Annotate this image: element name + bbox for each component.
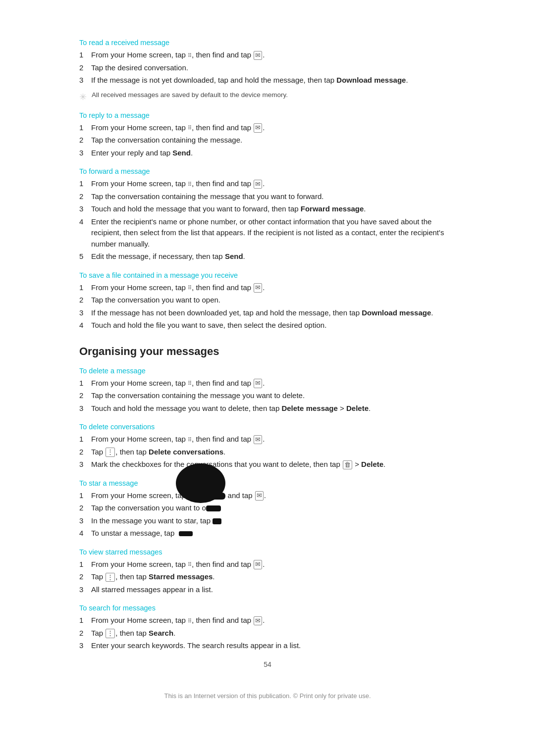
section-forward-message: To forward a message 1 From your Home sc… bbox=[79, 167, 456, 262]
section-delete-message: To delete a message 1 From your Home scr… bbox=[79, 367, 456, 414]
step-delconv-2: 2 Tap ⋮, then tap Delete conversations. bbox=[79, 447, 456, 458]
steps-view-starred: 1 From your Home screen, tap ⠿, then fin… bbox=[79, 559, 456, 596]
heading-forward-message: To forward a message bbox=[79, 167, 456, 175]
heading-search-messages: To search for messages bbox=[79, 604, 456, 612]
step-reply-1: 1 From your Home screen, tap ⠿, then fin… bbox=[79, 122, 456, 134]
heading-view-starred: To view starred messages bbox=[79, 548, 456, 556]
grid-icon: ⠿ bbox=[188, 379, 192, 388]
step-reply-2: 2 Tap the conversation containing the me… bbox=[79, 135, 456, 146]
step-search-3: 3 Enter your search keywords. The search… bbox=[79, 640, 456, 652]
steps-search-messages: 1 From your Home screen, tap ⠿, then fin… bbox=[79, 615, 456, 652]
tip-read-message: ✳ All received messages are saved by def… bbox=[79, 91, 456, 102]
grid-icon: ⠿ bbox=[188, 492, 192, 500]
step-save-3: 3 If the message has not been downloaded… bbox=[79, 307, 456, 319]
grid-icon: ⠿ bbox=[188, 560, 192, 569]
page-number: 54 bbox=[79, 660, 456, 668]
annotation-bar2 bbox=[206, 505, 221, 511]
step-star-4: 4 To unstar a message, tap bbox=[79, 528, 456, 539]
annotation-bar4 bbox=[179, 531, 193, 536]
section-view-starred: To view starred messages 1 From your Hom… bbox=[79, 548, 456, 596]
step-fwd-3: 3 Touch and hold the message that you wa… bbox=[79, 203, 456, 215]
steps-read-message: 1 From your Home screen, tap ⠿, then fin… bbox=[79, 50, 456, 86]
msg-icon: ✉ bbox=[254, 180, 262, 189]
step-fwd-2: 2 Tap the conversation containing the me… bbox=[79, 191, 456, 202]
step-reply-3: 3 Enter your reply and tap Send. bbox=[79, 148, 456, 159]
steps-delete-message: 1 From your Home screen, tap ⠿, then fin… bbox=[79, 378, 456, 414]
heading-delete-conversations: To delete conversations bbox=[79, 423, 456, 431]
msg-icon: ✉ bbox=[254, 51, 262, 60]
steps-star-message: 1 From your Home screen, tap ⠿, and tap … bbox=[79, 490, 456, 539]
section-search-messages: To search for messages 1 From your Home … bbox=[79, 604, 456, 652]
section-delete-conversations: To delete conversations 1 From your Home… bbox=[79, 423, 456, 470]
h2-organising: Organising your messages bbox=[79, 345, 456, 358]
grid-icon: ⠿ bbox=[188, 180, 192, 189]
heading-save-file: To save a file contained in a message yo… bbox=[79, 271, 456, 279]
heading-reply-message: To reply to a message bbox=[79, 111, 456, 119]
grid-icon: ⠿ bbox=[188, 436, 192, 444]
step-fwd-1: 1 From your Home screen, tap ⠿, then fin… bbox=[79, 178, 456, 190]
step-star-1: 1 From your Home screen, tap ⠿, and tap … bbox=[79, 490, 456, 502]
step-read-3: 3 If the message is not yet downloaded, … bbox=[79, 75, 456, 86]
section-reply-message: To reply to a message 1 From your Home s… bbox=[79, 111, 456, 159]
step-delconv-3: 3 Mark the checkboxes for the conversati… bbox=[79, 459, 456, 470]
step-search-1: 1 From your Home screen, tap ⠿, then fin… bbox=[79, 615, 456, 626]
step-read-2: 2 Tap the desired conversation. bbox=[79, 62, 456, 74]
annotation-bar1 bbox=[196, 493, 225, 500]
step-save-2: 2 Tap the conversation you want to open. bbox=[79, 295, 456, 306]
page: To read a received message 1 From your H… bbox=[0, 0, 535, 756]
footer: This is an Internet version of this publ… bbox=[79, 692, 456, 700]
menu-icon: ⋮ bbox=[106, 629, 115, 638]
section-read-message: To read a received message 1 From your H… bbox=[79, 39, 456, 102]
step-save-1: 1 From your Home screen, tap ⠿, then fin… bbox=[79, 282, 456, 294]
msg-icon: ✉ bbox=[255, 491, 264, 501]
msg-icon: ✉ bbox=[254, 435, 262, 445]
msg-icon: ✉ bbox=[254, 379, 262, 388]
heading-star-message: To star a message bbox=[79, 479, 456, 487]
step-fwd-4: 4 Enter the recipient's name or phone nu… bbox=[79, 216, 456, 250]
grid-icon: ⠿ bbox=[188, 284, 192, 292]
menu-icon: ⋮ bbox=[106, 448, 115, 457]
step-del-3: 3 Touch and hold the message you want to… bbox=[79, 403, 456, 414]
trash-icon: 🗑 bbox=[343, 460, 352, 470]
step-fwd-5: 5 Edit the message, if necessary, then t… bbox=[79, 251, 456, 262]
msg-icon: ✉ bbox=[254, 616, 262, 626]
heading-delete-message: To delete a message bbox=[79, 367, 456, 375]
annotation-bar3 bbox=[213, 518, 221, 524]
steps-save-file: 1 From your Home screen, tap ⠿, then fin… bbox=[79, 282, 456, 331]
step-star-2: 2 Tap the conversation you want to o bbox=[79, 503, 456, 514]
steps-forward-message: 1 From your Home screen, tap ⠿, then fin… bbox=[79, 178, 456, 262]
step-read-1: 1 From your Home screen, tap ⠿, then fin… bbox=[79, 50, 456, 61]
section-save-file: To save a file contained in a message yo… bbox=[79, 271, 456, 331]
heading-read-message: To read a received message bbox=[79, 39, 456, 47]
grid-icon: ⠿ bbox=[188, 617, 192, 625]
step-starred-1: 1 From your Home screen, tap ⠿, then fin… bbox=[79, 559, 456, 570]
steps-delete-conversations: 1 From your Home screen, tap ⠿, then fin… bbox=[79, 434, 456, 470]
step-search-2: 2 Tap ⋮, then tap Search. bbox=[79, 628, 456, 639]
tip-icon: ✳ bbox=[79, 92, 87, 102]
section-star-message: To star a message 1 From your Home scree… bbox=[79, 479, 456, 539]
step-del-2: 2 Tap the conversation containing the me… bbox=[79, 390, 456, 402]
msg-icon: ✉ bbox=[254, 123, 262, 133]
step-starred-3: 3 All starred messages appear in a list. bbox=[79, 584, 456, 596]
msg-icon: ✉ bbox=[254, 283, 262, 293]
step-delconv-1: 1 From your Home screen, tap ⠿, then fin… bbox=[79, 434, 456, 445]
grid-icon: ⠿ bbox=[188, 51, 192, 60]
menu-icon: ⋮ bbox=[106, 573, 115, 582]
step-starred-2: 2 Tap ⋮, then tap Starred messages. bbox=[79, 571, 456, 583]
grid-icon: ⠿ bbox=[188, 124, 192, 132]
step-del-1: 1 From your Home screen, tap ⠿, then fin… bbox=[79, 378, 456, 389]
step-save-4: 4 Touch and hold the file you want to sa… bbox=[79, 320, 456, 331]
steps-reply-message: 1 From your Home screen, tap ⠿, then fin… bbox=[79, 122, 456, 159]
step-star-3: 3 In the message you want to star, tap bbox=[79, 515, 456, 527]
msg-icon: ✉ bbox=[254, 560, 262, 569]
